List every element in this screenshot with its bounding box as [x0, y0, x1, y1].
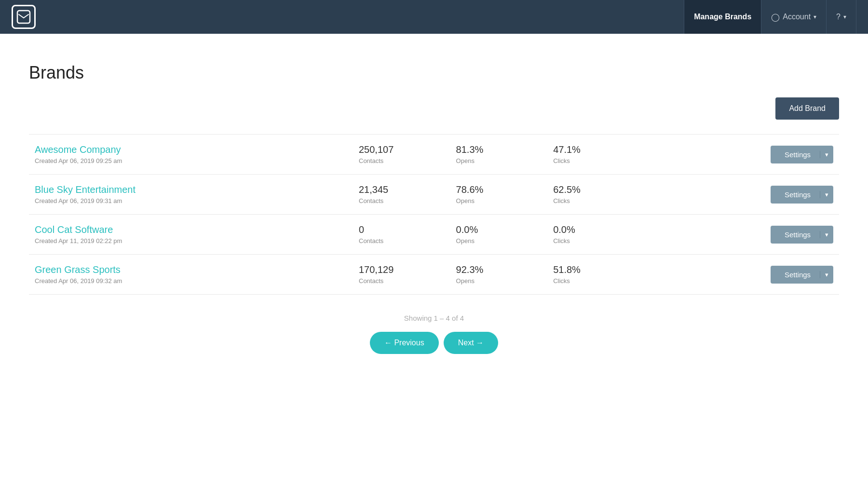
contacts-label: Contacts — [359, 157, 445, 164]
add-brand-button[interactable]: Add Brand — [775, 97, 839, 120]
opens-cell: 81.3% Opens — [450, 135, 548, 175]
settings-button-label: Settings — [771, 271, 820, 279]
contacts-cell: 250,107 Contacts — [353, 135, 450, 175]
help-icon: ? — [836, 13, 841, 21]
contacts-label: Contacts — [359, 197, 445, 204]
contacts-value: 250,107 — [359, 144, 445, 155]
brand-name-link[interactable]: Cool Cat Software — [35, 224, 347, 235]
settings-dropdown-icon: ▾ — [820, 191, 833, 198]
opens-value: 81.3% — [456, 144, 542, 155]
opens-label: Opens — [456, 157, 542, 164]
page-title: Brands — [29, 63, 839, 83]
settings-button-label: Settings — [771, 231, 820, 239]
account-icon: ◯ — [771, 13, 780, 22]
table-row: Green Grass Sports Created Apr 06, 2019 … — [29, 255, 839, 295]
svg-rect-0 — [17, 11, 30, 23]
pagination-area: Showing 1 – 4 of 4 ← Previous Next → — [29, 314, 839, 354]
opens-label: Opens — [456, 237, 542, 245]
clicks-cell: 62.5% Clicks — [547, 175, 645, 215]
table-row: Blue Sky Entertainment Created Apr 06, 2… — [29, 175, 839, 215]
opens-cell: 92.3% Opens — [450, 255, 548, 295]
settings-button[interactable]: Settings ▾ — [771, 146, 833, 163]
next-button[interactable]: Next → — [444, 332, 498, 354]
showing-text: Showing 1 – 4 of 4 — [29, 314, 839, 322]
previous-button[interactable]: ← Previous — [370, 332, 439, 354]
contacts-cell: 0 Contacts — [353, 215, 450, 255]
settings-button[interactable]: Settings ▾ — [771, 266, 833, 284]
settings-button[interactable]: Settings ▾ — [771, 226, 833, 244]
contacts-value: 170,129 — [359, 264, 445, 275]
table-row: Cool Cat Software Created Apr 11, 2019 0… — [29, 215, 839, 255]
clicks-label: Clicks — [553, 157, 639, 164]
help-nav[interactable]: ? ▾ — [827, 0, 856, 34]
clicks-value: 47.1% — [553, 144, 639, 155]
settings-button[interactable]: Settings ▾ — [771, 186, 833, 204]
navbar-brand — [12, 5, 36, 29]
settings-button-label: Settings — [771, 190, 820, 199]
opens-value: 78.6% — [456, 184, 542, 195]
settings-dropdown-icon: ▾ — [820, 271, 833, 278]
opens-value: 92.3% — [456, 264, 542, 275]
settings-cell: Settings ▾ — [645, 175, 839, 215]
settings-cell: Settings ▾ — [645, 135, 839, 175]
brand-name-link[interactable]: Blue Sky Entertainment — [35, 184, 347, 195]
brand-created-date: Created Apr 06, 2019 09:31 am — [35, 197, 347, 204]
clicks-value: 62.5% — [553, 184, 639, 195]
main-content: Brands Add Brand Awesome Company Created… — [0, 34, 868, 503]
brand-name-cell: Awesome Company Created Apr 06, 2019 09:… — [29, 135, 353, 175]
clicks-cell: 51.8% Clicks — [547, 255, 645, 295]
brand-name-cell: Blue Sky Entertainment Created Apr 06, 2… — [29, 175, 353, 215]
clicks-value: 0.0% — [553, 224, 639, 235]
settings-dropdown-icon: ▾ — [820, 231, 833, 238]
table-row: Awesome Company Created Apr 06, 2019 09:… — [29, 135, 839, 175]
brand-name-link[interactable]: Green Grass Sports — [35, 264, 347, 275]
brand-created-date: Created Apr 06, 2019 09:25 am — [35, 157, 347, 164]
pagination-buttons: ← Previous Next → — [29, 332, 839, 354]
brand-created-date: Created Apr 06, 2019 09:32 am — [35, 277, 347, 285]
clicks-cell: 47.1% Clicks — [547, 135, 645, 175]
opens-value: 0.0% — [456, 224, 542, 235]
opens-label: Opens — [456, 277, 542, 285]
contacts-value: 21,345 — [359, 184, 445, 195]
opens-label: Opens — [456, 197, 542, 204]
clicks-value: 51.8% — [553, 264, 639, 275]
opens-cell: 78.6% Opens — [450, 175, 548, 215]
brand-name-cell: Cool Cat Software Created Apr 11, 2019 0… — [29, 215, 353, 255]
brand-created-date: Created Apr 11, 2019 02:22 pm — [35, 237, 347, 245]
contacts-label: Contacts — [359, 277, 445, 285]
clicks-label: Clicks — [553, 277, 639, 285]
opens-cell: 0.0% Opens — [450, 215, 548, 255]
account-nav[interactable]: ◯ Account ▾ — [761, 0, 827, 34]
brand-name-cell: Green Grass Sports Created Apr 06, 2019 … — [29, 255, 353, 295]
app-logo[interactable] — [12, 5, 36, 29]
clicks-label: Clicks — [553, 197, 639, 204]
contacts-cell: 21,345 Contacts — [353, 175, 450, 215]
settings-cell: Settings ▾ — [645, 255, 839, 295]
contacts-value: 0 — [359, 224, 445, 235]
top-bar: Add Brand — [29, 97, 839, 120]
manage-brands-nav[interactable]: Manage Brands — [684, 0, 761, 34]
brands-table: Awesome Company Created Apr 06, 2019 09:… — [29, 134, 839, 295]
navbar-right: Manage Brands ◯ Account ▾ ? ▾ — [684, 0, 856, 34]
contacts-cell: 170,129 Contacts — [353, 255, 450, 295]
brand-name-link[interactable]: Awesome Company — [35, 144, 347, 155]
clicks-label: Clicks — [553, 237, 639, 245]
help-arrow-icon: ▾ — [843, 14, 846, 20]
navbar: Manage Brands ◯ Account ▾ ? ▾ — [0, 0, 868, 34]
settings-dropdown-icon: ▾ — [820, 151, 833, 158]
contacts-label: Contacts — [359, 237, 445, 245]
clicks-cell: 0.0% Clicks — [547, 215, 645, 255]
settings-button-label: Settings — [771, 150, 820, 159]
settings-cell: Settings ▾ — [645, 215, 839, 255]
account-arrow-icon: ▾ — [814, 14, 816, 20]
